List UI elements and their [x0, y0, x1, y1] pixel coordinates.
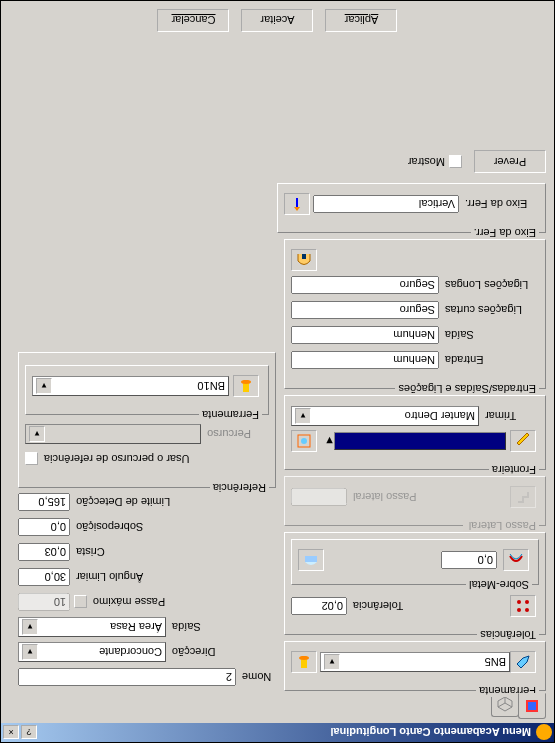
esl-settings-button[interactable]	[291, 249, 317, 271]
esl-legend: Entradas/Saídas e Ligações	[395, 383, 539, 395]
saida-field-esl[interactable]	[291, 326, 439, 344]
svg-marker-4	[517, 656, 529, 668]
aplicar-button[interactable]: Aplicar	[326, 9, 398, 32]
crista-label: Crista	[70, 546, 276, 558]
direccao-label: Direcção	[166, 646, 276, 658]
sobremetal-settings-button[interactable]	[298, 549, 324, 571]
tool-picker-button[interactable]	[510, 651, 536, 673]
fronteira-edit-button[interactable]	[291, 430, 317, 452]
limdet-input[interactable]	[18, 493, 70, 511]
sobremetal-icon-button[interactable]	[503, 549, 529, 571]
svg-rect-11	[305, 556, 317, 562]
angulo-input[interactable]	[18, 568, 70, 586]
saida-label-esl: Saída	[439, 329, 539, 341]
saida-value: Área Rasa	[110, 621, 162, 633]
step-icon	[515, 489, 531, 505]
direccao-value: Concordante	[99, 646, 162, 658]
entrada-field[interactable]	[291, 351, 439, 369]
ferramenta-value-left: BN5	[485, 656, 506, 668]
dropdown-arrow-icon: ▼	[22, 644, 38, 660]
pencil-icon	[515, 433, 531, 449]
tolerance-icon	[515, 598, 531, 614]
sobremetal-legend: Sobre-Metal	[466, 579, 532, 591]
eixo-field[interactable]	[313, 195, 459, 213]
aceitar-button[interactable]: Aceitar	[242, 9, 314, 32]
dropdown-arrow-icon: ▼	[29, 426, 45, 442]
svg-rect-15	[302, 254, 306, 259]
close-button[interactable]: ×	[3, 726, 19, 740]
svg-marker-17	[294, 207, 300, 211]
eixo-label: Eixo da Ferr.	[459, 198, 539, 210]
passo-lateral-label: Passo lateral	[347, 491, 510, 503]
ref-ferramenta-value: BN10	[197, 380, 225, 392]
nome-input[interactable]	[18, 668, 236, 686]
fronteira-color-button[interactable]	[510, 430, 536, 452]
app-icon	[536, 725, 552, 741]
svg-rect-18	[243, 383, 249, 392]
entrada-label: Entrada	[439, 354, 539, 366]
tab-1[interactable]	[518, 693, 546, 719]
eixo-settings-button[interactable]	[284, 193, 310, 215]
dropdown-arrow-icon: ▼	[324, 654, 340, 670]
svg-point-7	[525, 608, 529, 612]
longas-field[interactable]	[291, 276, 439, 294]
svg-point-8	[517, 608, 521, 612]
ref-ferramenta-select[interactable]: BN10 ▼	[32, 376, 229, 396]
ferramenta-sub-legend: Ferramenta	[199, 409, 262, 421]
eixo-legend: Eixo da Ferr.	[471, 227, 539, 239]
dropdown-arrow-icon: ▼	[295, 408, 311, 424]
ref-tool-button[interactable]	[233, 375, 259, 397]
crista-input[interactable]	[18, 543, 70, 561]
saida-select[interactable]: Área Rasa ▼	[18, 617, 166, 637]
boundary-edit-icon	[296, 433, 312, 449]
curtas-label: Ligações curtas	[439, 304, 539, 316]
tolerancia-input[interactable]	[291, 597, 347, 615]
help-button[interactable]: ?	[21, 726, 37, 740]
svg-point-14	[301, 438, 307, 444]
tool-icon-button[interactable]	[291, 651, 317, 673]
cancelar-button[interactable]: Cancelar	[158, 9, 230, 32]
passe-input	[18, 593, 70, 611]
boundary-color-well[interactable]	[334, 432, 506, 450]
tool-path-icon	[524, 698, 540, 714]
svg-marker-2	[498, 704, 512, 712]
prever-button[interactable]: Prever	[474, 151, 546, 174]
cube-icon	[497, 697, 513, 713]
esl-group: Entradas/Saídas e Ligações Entrada Saída…	[284, 239, 546, 389]
ferramenta-select-left[interactable]: BN5 ▼	[320, 652, 510, 672]
passe-checkbox[interactable]	[74, 596, 87, 609]
stock-icon	[508, 552, 524, 568]
sobre-input[interactable]	[18, 518, 70, 536]
usar-perc-label: Usar o percurso de referência	[44, 453, 190, 465]
curtas-field[interactable]	[291, 301, 439, 319]
tolerance-icon-button[interactable]	[510, 595, 536, 617]
svg-point-6	[299, 656, 309, 660]
usar-perc-checkbox[interactable]	[25, 453, 38, 466]
passo-lateral-group: Passo Lateral Passo lateral	[284, 476, 546, 526]
axis-icon	[289, 196, 305, 212]
dropdown-arrow-icon: ▼	[22, 619, 38, 635]
arch-icon	[296, 252, 312, 268]
mostrar-checkbox[interactable]	[449, 156, 462, 169]
svg-marker-12	[517, 433, 529, 445]
direccao-select[interactable]: Concordante ▼	[18, 642, 166, 662]
dialog-buttons: Aplicar Aceitar Cancelar	[1, 9, 554, 32]
tolerancias-legend: Tolerâncias	[477, 629, 539, 641]
limdet-label: Limite de Detecção	[70, 496, 276, 508]
tolerancias-group: Tolerâncias Tolerância Sobre-Metal	[284, 532, 546, 635]
longas-label: Ligações Longas	[439, 279, 539, 291]
surface-icon	[303, 552, 319, 568]
passe-label: Passe máximo	[87, 596, 276, 608]
endmill-icon	[238, 378, 254, 394]
sobremetal-input[interactable]	[441, 551, 497, 569]
svg-point-10	[517, 600, 521, 604]
trimar-select[interactable]: Manter Dentro ▼	[291, 406, 479, 426]
passo-lateral-input	[291, 488, 347, 506]
svg-rect-1	[528, 702, 536, 710]
fronteira-group: Fronteira ▼ Trimar Mant	[284, 395, 546, 470]
svg-point-9	[525, 600, 529, 604]
color-dropdown-icon[interactable]: ▼	[324, 435, 335, 447]
sobre-label: Sobreposição	[70, 521, 276, 533]
ferramenta-group-left: Ferramenta BN5 ▼	[284, 641, 546, 691]
trimar-label: Trimar	[479, 410, 539, 422]
